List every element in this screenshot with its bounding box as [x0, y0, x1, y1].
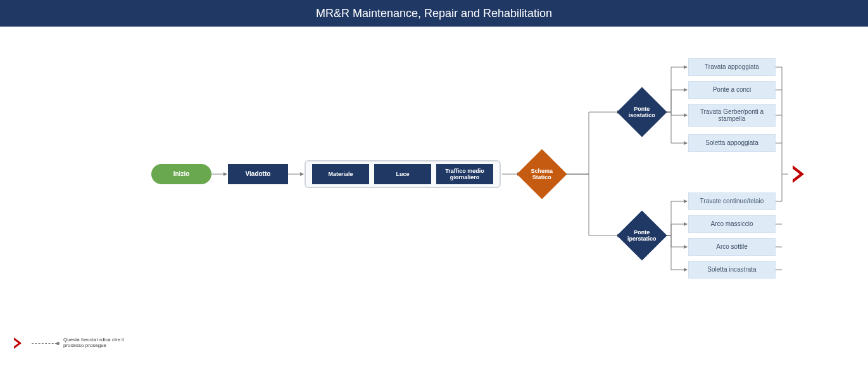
- leaf-ponte-a-conci: Ponte a conci: [688, 81, 776, 99]
- legend-continue-arrow-icon: [14, 337, 25, 349]
- schema-statico-label: Schema Statico: [527, 168, 557, 181]
- start-node: Inizio: [151, 164, 211, 184]
- traffico-label: Traffico medio giornaliero: [439, 168, 491, 181]
- leaf-label: Arco sottile: [716, 243, 747, 251]
- leaf-soletta-incastrata: Soletta incastrata: [688, 261, 776, 279]
- leaf-label: Travata Gerber/ponti a stampella: [691, 108, 772, 123]
- leaf-travata-appoggiata: Travata appoggiata: [688, 58, 776, 76]
- leaf-travata-gerber: Travata Gerber/ponti a stampella: [688, 104, 776, 127]
- start-label: Inizio: [173, 170, 190, 178]
- leaf-soletta-appoggiata: Soletta appoggiata: [688, 134, 776, 152]
- viadotto-label: Viadotto: [246, 170, 271, 178]
- leaf-label: Travate continue/telaio: [700, 198, 764, 205]
- page-header: MR&R Maintenance, Repair and Rehabilitat…: [0, 0, 868, 27]
- leaf-label: Ponte a conci: [713, 86, 752, 94]
- traffico-node: Traffico medio giornaliero: [436, 164, 493, 184]
- leaf-arco-sottile: Arco sottile: [688, 238, 776, 256]
- luce-label: Luce: [396, 171, 409, 177]
- page-title: MR&R Maintenance, Repair and Rehabilitat…: [316, 7, 552, 20]
- viadotto-node: Viadotto: [228, 164, 288, 184]
- leaf-travate-continue: Travate continue/telaio: [688, 192, 776, 210]
- materiale-node: Materiale: [312, 164, 369, 184]
- ponte-iperstatico-label: Ponte iperstatico: [627, 229, 657, 242]
- luce-node: Luce: [374, 164, 431, 184]
- leaf-label: Soletta appoggiata: [705, 139, 758, 147]
- legend: Questa freccia indica che il processo pr…: [14, 337, 146, 349]
- materiale-label: Materiale: [328, 171, 353, 177]
- legend-text: Questa freccia indica che il processo pr…: [63, 337, 146, 349]
- leaf-label: Soletta incastrata: [707, 266, 756, 274]
- leaf-arco-massiccio: Arco massiccio: [688, 215, 776, 233]
- legend-connector-icon: [32, 343, 57, 344]
- leaf-label: Travata appoggiata: [705, 63, 759, 71]
- attributes-container: Materiale Luce Traffico medio giornalier…: [305, 160, 501, 188]
- ponte-iperstatico-node: Ponte iperstatico: [617, 210, 667, 260]
- diagram-canvas: Inizio Viadotto Materiale Luce Traffico …: [0, 27, 868, 371]
- ponte-isostatico-label: Ponte isostatico: [627, 106, 657, 119]
- schema-statico-node: Schema Statico: [517, 149, 567, 199]
- ponte-isostatico-node: Ponte isostatico: [617, 87, 667, 137]
- leaf-label: Arco massiccio: [710, 220, 753, 228]
